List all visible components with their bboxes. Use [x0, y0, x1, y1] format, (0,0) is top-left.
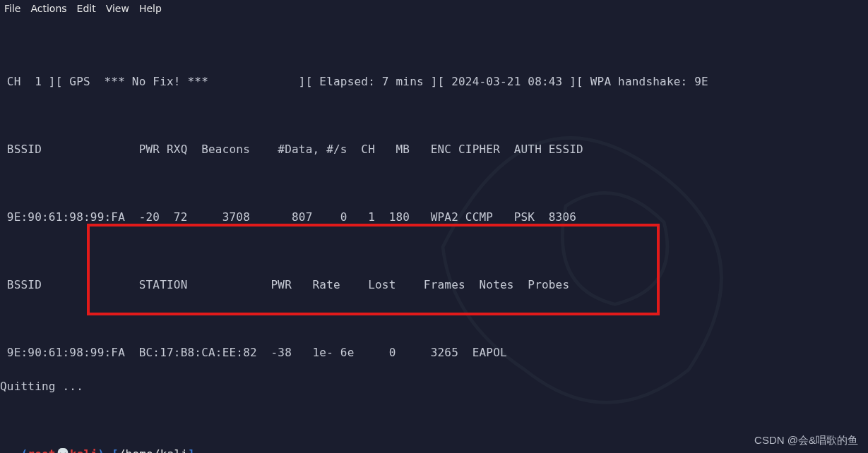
menu-file[interactable]: File [4, 3, 20, 14]
prompt-1-line1: ┌──(root💀kali)-[/home/kali] [0, 446, 865, 453]
menu-edit[interactable]: Edit [77, 3, 96, 14]
airodump-status: CH 1 ][ GPS *** No Fix! *** ][ Elapsed: … [0, 73, 865, 90]
menu-actions[interactable]: Actions [30, 3, 66, 14]
watermark: CSDN @会&唱歌的鱼 [754, 434, 858, 447]
skull-icon: 💀 [56, 447, 70, 453]
menu-view[interactable]: View [106, 3, 129, 14]
menu-help[interactable]: Help [139, 3, 162, 14]
airodump-quitting: Quitting ... [0, 378, 865, 395]
airodump-sta-row: 9E:90:61:98:99:FA BC:17:B8:CA:EE:82 -38 … [0, 344, 865, 361]
menubar: File Actions Edit View Help [0, 0, 868, 17]
airodump-ap-header: BSSID PWR RXQ Beacons #Data, #/s CH MB E… [0, 141, 865, 158]
airodump-ap-row: 9E:90:61:98:99:FA -20 72 3708 807 0 1 18… [0, 209, 865, 226]
terminal-output[interactable]: CH 1 ][ GPS *** No Fix! *** ][ Elapsed: … [0, 17, 868, 453]
airodump-sta-header: BSSID STATION PWR Rate Lost Frames Notes… [0, 277, 865, 294]
